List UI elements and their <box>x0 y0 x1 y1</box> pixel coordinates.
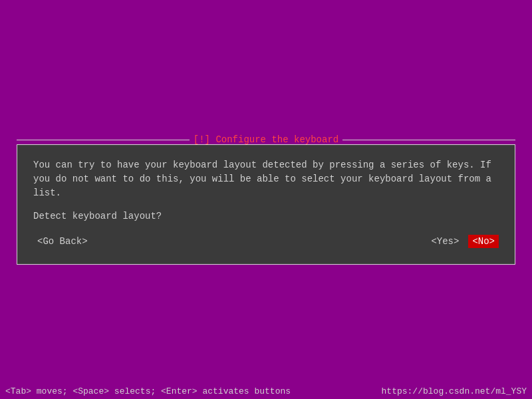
keyboard-shortcuts: <Tab> moves; <Space> selects; <Enter> ac… <box>5 386 291 396</box>
url-text: https://blog.csdn.net/ml_YSY <box>382 386 527 396</box>
title-line-right <box>342 140 515 140</box>
btn-group-right: <Yes> <No> <box>427 235 499 248</box>
dialog-title-bar: [!] Configure the keyboard <box>17 134 515 145</box>
no-button[interactable]: <No> <box>468 235 499 248</box>
dialog-wrapper: [!] Configure the keyboard You can try t… <box>17 134 515 265</box>
dialog-title: [!] Configure the keyboard <box>190 134 342 145</box>
bottom-bar: <Tab> moves; <Space> selects; <Enter> ac… <box>0 384 532 399</box>
yes-button[interactable]: <Yes> <box>427 235 463 248</box>
dialog-buttons: <Go Back> <Yes> <No> <box>33 235 499 248</box>
title-line-left <box>17 140 190 140</box>
dialog-box: You can try to have your keyboard layout… <box>17 144 515 265</box>
dialog-question: Detect keyboard layout? <box>33 211 499 221</box>
go-back-button[interactable]: <Go Back> <box>33 235 92 248</box>
dialog-body-text: You can try to have your keyboard layout… <box>33 158 499 200</box>
